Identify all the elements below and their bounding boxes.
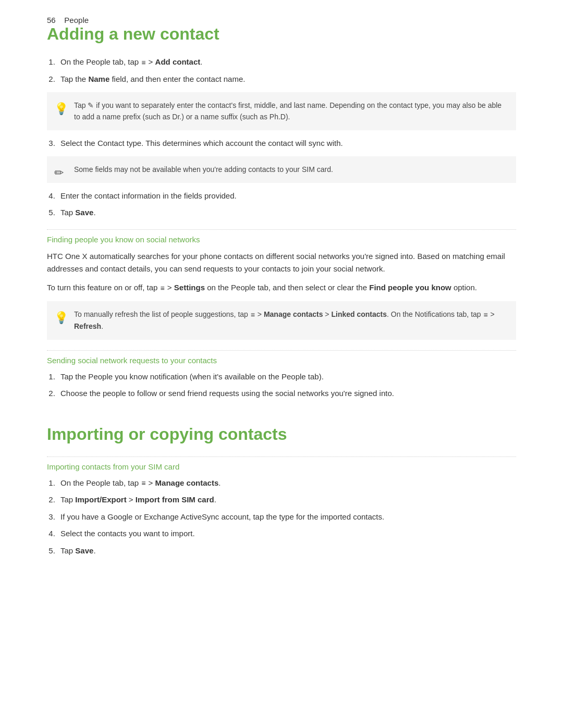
note-box-1: ✏ Some fields may not be available when … — [47, 156, 516, 182]
sending-step-2: Choose the people to follow or send frie… — [57, 388, 516, 400]
name-field-label: Name — [88, 75, 109, 83]
import-step-5: Tap Save. — [57, 545, 516, 557]
menu-icon-3: ≡ — [251, 309, 255, 320]
page-header: 56 People — [47, 16, 516, 24]
step-2: Tap the Name field, and then enter the c… — [57, 73, 516, 85]
linked-contacts-label: Linked contacts — [331, 310, 387, 318]
menu-icon-1: ≡ — [141, 57, 145, 68]
step-3: Select the Contact type. This determines… — [57, 138, 516, 150]
page-number: 56 — [47, 16, 56, 24]
finding-people-para2: To turn this feature on or off, tap ≡ > … — [47, 281, 516, 294]
find-people-label: Find people you know — [369, 283, 451, 292]
importing-sim-subtitle: Importing contacts from your SIM card — [47, 456, 516, 471]
header-section: People — [64, 16, 89, 24]
save-label-1: Save — [75, 208, 93, 217]
save-label-2: Save — [75, 546, 93, 555]
note-text-1: Some fields may not be available when yo… — [74, 165, 333, 174]
tip-text-1: Tap ✎ if you want to separately enter th… — [74, 101, 501, 121]
sending-requests-subtitle: Sending social network requests to your … — [47, 350, 516, 365]
settings-label: Settings — [174, 283, 205, 292]
menu-icon-2: ≡ — [161, 282, 165, 294]
tip-box-1: 💡 Tap ✎ if you want to separately enter … — [47, 92, 516, 130]
refresh-label: Refresh — [74, 322, 101, 330]
adding-contact-title: Adding a new contact — [47, 24, 516, 44]
step-5: Tap Save. — [57, 207, 516, 219]
step-1: On the People tab, tap ≡ > Add contact. — [57, 56, 516, 68]
manage-contacts-label: Manage contacts — [264, 310, 323, 318]
menu-icon-5: ≡ — [141, 478, 145, 489]
sending-step-1: Tap the People you know notification (wh… — [57, 371, 516, 383]
import-step-3: If you have a Google or Exchange ActiveS… — [57, 511, 516, 523]
menu-icon-4: ≡ — [483, 309, 487, 320]
tip-icon-2: 💡 — [54, 309, 68, 327]
step-4: Enter the contact information in the fie… — [57, 190, 516, 202]
add-contact-label: Add contact — [155, 57, 201, 66]
finding-people-para1: HTC One X automatically searches for you… — [47, 250, 516, 275]
tip-text-2: To manually refresh the list of people s… — [74, 310, 495, 330]
import-export-label: Import/Export — [75, 495, 126, 504]
importing-copying-title: Importing or copying contacts — [47, 425, 516, 444]
note-icon-1: ✏ — [54, 164, 64, 182]
import-from-sim-label: Import from SIM card — [136, 495, 214, 504]
import-step-4: Select the contacts you want to import. — [57, 528, 516, 540]
tip-box-2: 💡 To manually refresh the list of people… — [47, 301, 516, 340]
finding-people-subtitle: Finding people you know on social networ… — [47, 229, 516, 244]
tip-icon-1: 💡 — [54, 100, 68, 118]
manage-contacts-label-2: Manage contacts — [155, 478, 219, 487]
import-step-2: Tap Import/Export > Import from SIM card… — [57, 494, 516, 506]
import-step-1: On the People tab, tap ≡ > Manage contac… — [57, 477, 516, 489]
